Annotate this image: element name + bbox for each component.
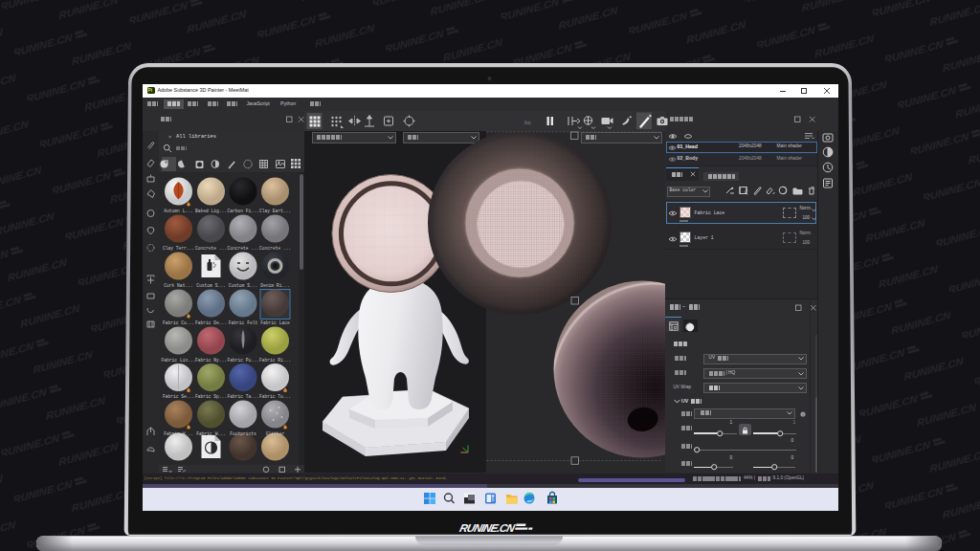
- svg-text:Baked Lig...: Baked Lig...: [195, 209, 227, 213]
- svg-text:Fabric Ny...: Fabric Ny...: [195, 358, 227, 363]
- svg-text:Concrete ...: Concrete ...: [259, 246, 291, 251]
- svg-text:Fabric Lace: Fabric Lace: [260, 320, 290, 325]
- svg-text:Glitter: Glitter: [266, 431, 285, 436]
- svg-text:Footprints: Footprints: [230, 431, 256, 436]
- svg-text:Concrete ...: Concrete ...: [195, 246, 227, 251]
- svg-text:Fabric Ta...: Fabric Ta...: [227, 394, 258, 399]
- svg-text:Fabric To...: Fabric To...: [259, 394, 291, 399]
- svg-text:RUNINE.CN: RUNINE.CN: [458, 521, 517, 534]
- svg-text:Fabric De...: Fabric De...: [195, 320, 227, 325]
- svg-text:Fabric Se...: Fabric Se...: [163, 394, 194, 399]
- svg-text:Denim Ri...: Denim Ri...: [260, 283, 289, 288]
- svg-text:Fabric Sp...: Fabric Sp...: [195, 394, 227, 399]
- svg-text:Custom S...: Custom S...: [196, 283, 225, 288]
- svg-text:Fabric Pu...: Fabric Pu...: [227, 358, 258, 363]
- svg-text:Cork Nat...: Cork Nat...: [164, 283, 192, 288]
- svg-text:Concrete ...: Concrete ...: [227, 246, 258, 251]
- svg-text:Fabric Co...: Fabric Co...: [163, 320, 194, 325]
- svg-text:Custom S...: Custom S...: [229, 283, 257, 288]
- svg-text:Clay Eart...: Clay Eart...: [259, 209, 291, 213]
- svg-text:Fabric W...: Fabric W...: [196, 431, 225, 436]
- svg-text:Fabric W...: Fabric W...: [164, 431, 192, 436]
- svg-text:Autumn L...: Autumn L...: [164, 209, 192, 213]
- svg-text:Clay Terr...: Clay Terr...: [163, 246, 194, 251]
- svg-text:Carbon Fi...: Carbon Fi...: [227, 209, 258, 213]
- svg-text:Fabric Felt: Fabric Felt: [229, 320, 258, 325]
- svg-text:Fabric Lin...: Fabric Lin...: [162, 358, 196, 363]
- svg-text:bc: bc: [524, 120, 532, 126]
- svg-text:Fabric Ri...: Fabric Ri...: [259, 358, 291, 363]
